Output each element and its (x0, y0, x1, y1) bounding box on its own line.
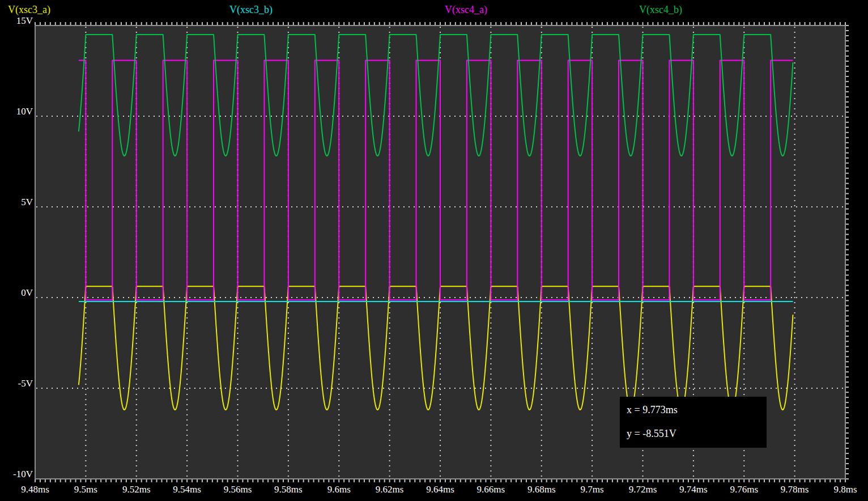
legend-item-v-xsc4-b: V(xsc4_b) (639, 4, 682, 15)
x-tick-label: 9.7ms (567, 484, 618, 495)
cursor-y-value: y = -8.551V (627, 428, 767, 440)
y-tick-label: 0V (0, 288, 33, 298)
y-tick-label: -10V (0, 469, 33, 479)
y-tick-label: 10V (0, 107, 33, 117)
x-tick-label: 9.64ms (415, 484, 466, 495)
x-tick-label: 9.5ms (60, 484, 111, 495)
legend-item-v-xsc4-a: V(xsc4_a) (445, 4, 487, 15)
x-tick-label: 9.58ms (263, 484, 314, 495)
x-tick-label: 9.56ms (212, 484, 263, 495)
cursor-x-value: x = 9.773ms (627, 404, 767, 416)
y-tick-label: -5V (0, 379, 33, 389)
x-tick-label: 9.78ms (769, 484, 820, 495)
y-tick-label: 5V (0, 197, 33, 207)
x-tick-label: 9.6ms (313, 484, 364, 495)
y-tick-label: 15V (0, 16, 33, 26)
x-tick-label: 9.62ms (364, 484, 415, 495)
x-tick-label: 9.72ms (618, 484, 669, 495)
x-tick-label: 9.68ms (516, 484, 567, 495)
legend-item-v-xsc3-a: V(xsc3_a) (8, 4, 50, 15)
x-tick-label: 9.76ms (718, 484, 769, 495)
x-tick-label: 9.52ms (111, 484, 162, 495)
x-tick-label: 9.66ms (465, 484, 516, 495)
legend-item-v-xsc3-b: V(xsc3_b) (229, 4, 273, 15)
x-tick-label: 9.54ms (161, 484, 212, 495)
x-tick-label: 9.8ms (820, 484, 868, 495)
grapher-window: V(xsc3_a)V(xsc3_b)V(xsc4_a)V(xsc4_b) 15V… (0, 0, 868, 501)
x-tick-label: 9.48ms (10, 484, 61, 495)
x-tick-label: 9.74ms (668, 484, 719, 495)
cursor-readout[interactable]: x = 9.773ms y = -8.551V (620, 397, 767, 448)
